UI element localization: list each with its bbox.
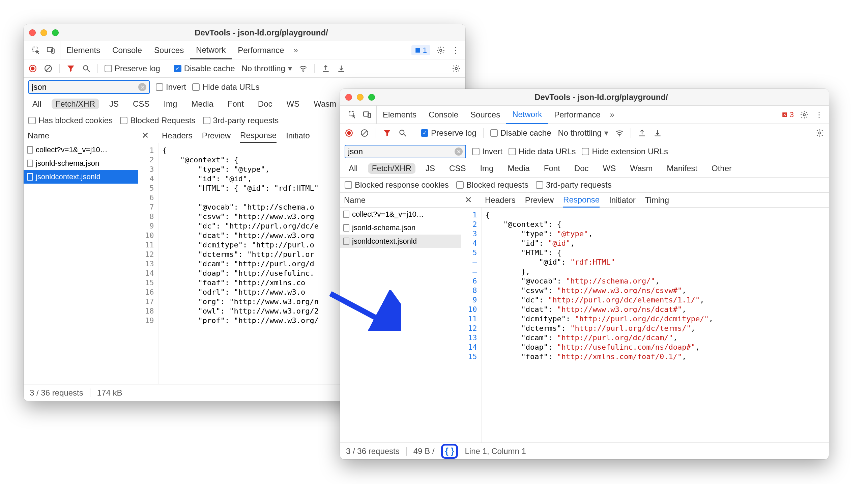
download-har-icon[interactable] (653, 129, 662, 137)
pretty-print-button[interactable]: { } (441, 444, 458, 459)
filter-funnel-icon[interactable] (66, 64, 75, 73)
type-css[interactable]: CSS (129, 99, 153, 109)
third-party-checkbox[interactable]: 3rd-party requests (203, 116, 279, 125)
detail-tab-headers[interactable]: Headers (485, 193, 516, 207)
search-icon[interactable] (398, 129, 407, 137)
type-all[interactable]: All (28, 99, 46, 109)
type-doc[interactable]: Doc (254, 99, 277, 109)
record-button-icon[interactable] (345, 129, 353, 137)
detail-tab-timing[interactable]: Timing (645, 193, 669, 207)
close-window-icon[interactable] (345, 94, 352, 101)
type-font[interactable]: Font (224, 99, 248, 109)
blocked-cookies-checkbox[interactable]: Blocked response cookies (345, 180, 449, 190)
panel-settings-gear-icon[interactable] (452, 64, 461, 73)
type-ws[interactable]: WS (599, 163, 620, 174)
filter-text-field[interactable] (32, 82, 138, 92)
settings-gear-icon[interactable] (436, 46, 445, 55)
detail-tab-headers[interactable]: Headers (162, 128, 193, 143)
clear-button-icon[interactable] (360, 129, 369, 137)
download-har-icon[interactable] (337, 64, 346, 73)
zoom-window-icon[interactable] (368, 94, 375, 101)
more-menu-icon[interactable]: ⋮ (451, 46, 460, 55)
wifi-icon[interactable] (299, 64, 308, 73)
more-tabs-chevron-icon[interactable]: » (607, 110, 618, 119)
blocked-requests-checkbox[interactable]: Blocked requests (456, 180, 528, 190)
type-all[interactable]: All (345, 163, 362, 174)
error-badge[interactable]: 3 (782, 110, 794, 119)
upload-har-icon[interactable] (638, 129, 646, 137)
type-wasm[interactable]: Wasm (310, 99, 340, 109)
clear-filter-icon[interactable]: ✕ (138, 83, 146, 91)
upload-har-icon[interactable] (321, 64, 330, 73)
request-row[interactable]: collect?v=1&_v=j10… (340, 208, 461, 221)
filter-funnel-icon[interactable] (383, 129, 392, 137)
type-fetch-xhr[interactable]: Fetch/XHR (52, 99, 99, 109)
throttling-select[interactable]: No throttling▾ (558, 128, 608, 138)
hide-data-urls-checkbox[interactable]: Hide data URLs (509, 147, 576, 156)
detail-tab-response[interactable]: Response (240, 129, 277, 143)
type-font[interactable]: Font (540, 163, 564, 174)
tab-console[interactable]: Console (106, 41, 148, 59)
invert-checkbox[interactable]: Invert (472, 147, 502, 156)
type-media[interactable]: Media (503, 163, 533, 174)
type-img[interactable]: Img (476, 163, 497, 174)
record-button-icon[interactable] (28, 64, 37, 73)
type-js[interactable]: JS (105, 99, 123, 109)
tab-network[interactable]: Network (190, 42, 232, 59)
preserve-log-checkbox[interactable]: Preserve log (105, 64, 160, 73)
tab-sources[interactable]: Sources (464, 106, 506, 124)
filter-input[interactable]: ✕ (345, 145, 466, 158)
tab-performance[interactable]: Performance (232, 41, 290, 59)
panel-settings-gear-icon[interactable] (815, 129, 824, 137)
close-window-icon[interactable] (29, 29, 36, 36)
type-img[interactable]: Img (160, 99, 181, 109)
type-doc[interactable]: Doc (570, 163, 593, 174)
filter-text-field[interactable] (348, 147, 455, 156)
detail-tab-preview[interactable]: Preview (525, 193, 554, 207)
type-wasm[interactable]: Wasm (626, 163, 657, 174)
tab-elements[interactable]: Elements (377, 106, 423, 124)
blocked-requests-checkbox[interactable]: Blocked Requests (120, 116, 195, 125)
issues-badge[interactable]: 1 (411, 45, 430, 55)
tab-performance[interactable]: Performance (548, 106, 606, 124)
request-row-hover[interactable]: jsonldcontext.jsonld (340, 235, 461, 248)
clear-filter-icon[interactable]: ✕ (455, 147, 463, 156)
name-column-header[interactable]: Name (340, 193, 461, 208)
request-row-selected[interactable]: jsonldcontext.jsonld (24, 170, 138, 184)
preserve-log-checkbox[interactable]: ✓Preserve log (421, 128, 476, 138)
blocked-cookies-checkbox[interactable]: Has blocked cookies (28, 116, 113, 125)
filter-input[interactable]: ✕ (28, 80, 150, 94)
close-detail-icon[interactable]: ✕ (142, 130, 152, 141)
tab-sources[interactable]: Sources (148, 41, 190, 59)
minimize-window-icon[interactable] (40, 29, 47, 36)
hide-ext-urls-checkbox[interactable]: Hide extension URLs (582, 147, 668, 156)
invert-checkbox[interactable]: Invert (156, 82, 186, 92)
more-menu-icon[interactable]: ⋮ (815, 110, 823, 119)
device-icon[interactable] (363, 110, 372, 119)
close-detail-icon[interactable]: ✕ (465, 195, 475, 205)
request-row[interactable]: jsonld-schema.json (340, 221, 461, 235)
zoom-window-icon[interactable] (52, 29, 59, 36)
request-row[interactable]: jsonld-schema.json (24, 157, 138, 170)
hide-data-urls-checkbox[interactable]: Hide data URLs (192, 82, 259, 92)
type-fetch-xhr[interactable]: Fetch/XHR (368, 163, 415, 174)
type-media[interactable]: Media (187, 99, 217, 109)
type-ws[interactable]: WS (283, 99, 304, 109)
device-icon[interactable] (47, 46, 55, 55)
type-css[interactable]: CSS (445, 163, 470, 174)
settings-gear-icon[interactable] (800, 110, 809, 119)
detail-tab-preview[interactable]: Preview (202, 128, 231, 143)
disable-cache-checkbox[interactable]: Disable cache (490, 128, 551, 138)
minimize-window-icon[interactable] (357, 94, 364, 101)
name-column-header[interactable]: Name (24, 128, 138, 143)
type-manifest[interactable]: Manifest (663, 163, 701, 174)
detail-tab-initiator[interactable]: Initiator (609, 193, 636, 207)
request-row[interactable]: collect?v=1&_v=j10… (24, 143, 138, 157)
more-tabs-chevron-icon[interactable]: » (290, 46, 301, 55)
third-party-checkbox[interactable]: 3rd-party requests (536, 180, 612, 190)
type-other[interactable]: Other (707, 163, 736, 174)
tab-network[interactable]: Network (506, 106, 548, 124)
clear-button-icon[interactable] (44, 64, 53, 73)
throttling-select[interactable]: No throttling▾ (241, 64, 292, 73)
tab-elements[interactable]: Elements (60, 41, 106, 59)
